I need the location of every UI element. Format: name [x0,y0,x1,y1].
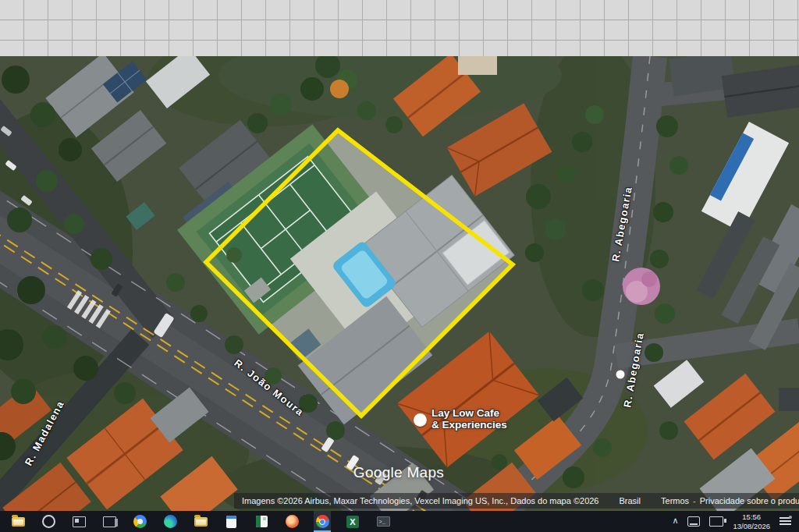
system-tray: ∧ 15:56 13/08/2026 [672,512,799,530]
poi-name-line1: Lay Low Cafe [431,407,507,419]
edge-icon[interactable] [162,511,179,532]
map-canvas[interactable]: R. João Moura R. Madalena R. Abegoaria R… [0,56,799,511]
file-explorer-icon-2[interactable] [192,511,209,532]
google-maps-watermark[interactable]: Google Maps [353,464,444,481]
background-spreadsheet-grid [0,0,799,56]
terms-link[interactable]: Termos [661,496,689,505]
imagery-attribution: Imagens ©2026 Airbus, Maxar Technologies… [242,496,599,505]
poi-lay-low-cafe[interactable]: Lay Low Cafe & Experiencies [414,407,507,431]
firefox-icon[interactable] [283,511,300,532]
tray-chevron-icon[interactable]: ∧ [672,516,678,525]
tray-clock[interactable]: 15:56 13/08/2026 [733,512,770,530]
satellite-imagery [0,56,799,511]
clipboard-icon[interactable] [222,511,240,532]
cafe-poi-icon[interactable] [414,413,427,427]
display-audio-icon[interactable] [709,516,723,527]
attribution-separator: - [693,496,696,505]
chrome-icon[interactable] [314,511,331,532]
privacy-link[interactable]: Privacidade sobre o produto [700,496,799,505]
pink-blossom-tree [623,268,660,305]
poi-dot[interactable] [616,371,625,379]
poi-name-line2: & Experiencies [431,419,507,431]
notification-center-icon[interactable] [779,516,791,527]
cortana-icon[interactable] [40,511,57,532]
terminal-icon[interactable]: >_ [375,511,392,532]
windows-taskbar: X >_ ∧ 15:56 13/08/2026 [0,511,799,532]
map-attribution-bar: Imagens ©2026 Airbus, Maxar Technologies… [234,493,799,509]
virtual-desktops-icon[interactable] [101,511,118,532]
green-app-icon[interactable] [253,511,270,532]
tray-time: 15:56 [733,512,770,521]
ime-icon[interactable] [687,516,700,527]
taskbar-pinned-icons: X >_ [0,511,392,532]
multicolor-browser-icon[interactable] [131,511,148,532]
attribution-region: Brasil [620,496,641,505]
tray-date: 13/08/2026 [733,522,770,530]
excel-icon[interactable]: X [344,511,361,532]
task-view-icon[interactable] [70,511,87,532]
file-explorer-icon[interactable] [9,511,27,532]
